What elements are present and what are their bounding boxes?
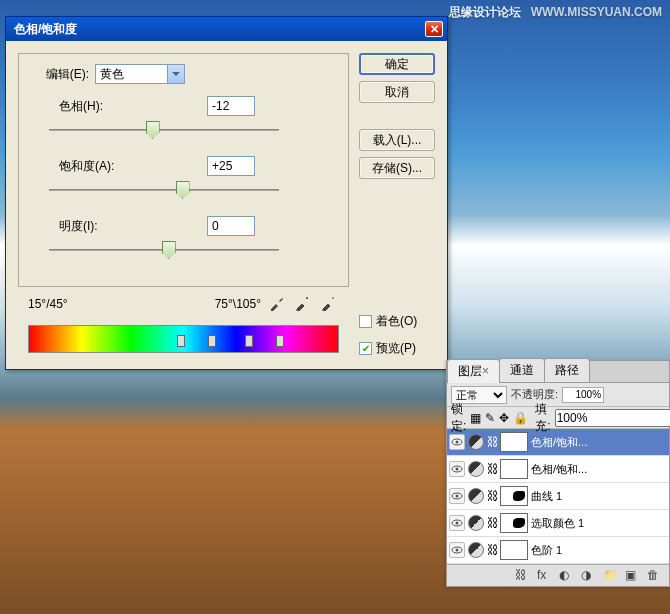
layer-name-label: 色相/饱和... [531,435,667,450]
controls-fieldset: 编辑(E): 黄色 色相(H): 饱和度(A): [18,53,349,287]
fill-label: 填充: [535,401,550,435]
link-icon: ⛓ [487,462,497,476]
saturation-slider[interactable] [49,182,279,198]
layer-mask[interactable] [500,540,528,560]
lock-pixels-icon[interactable]: ✎ [485,411,495,425]
edit-label: 编辑(E): [29,66,89,83]
watermark: 思缘设计论坛 WWW.MISSYUAN.COM [449,4,662,21]
link-icon: ⛓ [487,489,497,503]
visibility-icon[interactable] [449,542,465,558]
hue-saturation-dialog: 色相/饱和度 ✕ 编辑(E): 黄色 色相(H): 饱和度( [5,16,448,370]
spectrum-bar[interactable] [28,325,339,353]
adjustment-icon[interactable]: ◑ [581,568,597,584]
tab-layers[interactable]: 图层× [447,359,500,383]
svg-point-5 [456,495,459,498]
tab-channels[interactable]: 通道 [499,358,545,382]
spectrum-marker[interactable] [276,335,284,347]
trash-icon[interactable]: 🗑 [647,568,663,584]
lock-all-icon[interactable]: 🔒 [513,411,527,425]
save-button[interactable]: 存储(S)... [359,157,435,179]
fill-input[interactable] [555,409,670,427]
preview-label: 预览(P) [376,340,416,357]
ok-button[interactable]: 确定 [359,53,435,75]
eyedropper-subtract-icon[interactable] [321,295,339,313]
tab-paths[interactable]: 路径 [544,358,590,382]
layer-row[interactable]: ⛓ 选取颜色 1 [447,510,669,537]
lightness-label: 明度(I): [59,218,189,235]
layer-name-label: 色阶 1 [531,543,667,558]
hue-thumb[interactable] [146,121,160,139]
colorize-check-row[interactable]: 着色(O) [359,313,435,330]
preview-checkbox[interactable]: ✔ [359,342,372,355]
colorize-label: 着色(O) [376,313,417,330]
svg-point-3 [456,468,459,471]
layer-mask[interactable] [500,513,528,533]
opacity-input[interactable] [562,387,604,403]
hue-input[interactable] [207,96,255,116]
watermark-url: WWW.MISSYUAN.COM [531,5,662,19]
svg-point-7 [456,522,459,525]
visibility-icon[interactable] [449,488,465,504]
svg-point-1 [456,441,459,444]
svg-point-9 [456,549,459,552]
new-layer-icon[interactable]: ▣ [625,568,641,584]
layer-row[interactable]: ⛓ 曲线 1 [447,483,669,510]
layer-name-label: 选取颜色 1 [531,516,667,531]
adjustment-layer-icon [468,515,484,531]
spectrum-marker[interactable] [208,335,216,347]
link-layers-icon[interactable]: ⛓ [515,568,531,584]
spectrum-marker[interactable] [177,335,185,347]
preview-check-row[interactable]: ✔ 预览(P) [359,340,435,357]
hue-slider[interactable] [49,122,279,138]
layer-mask[interactable] [500,432,528,452]
layer-row[interactable]: ⛓ 色阶 1 [447,537,669,564]
close-button[interactable]: ✕ [425,21,443,37]
edit-combo[interactable]: 黄色 [95,64,185,84]
adjustment-layer-icon [468,542,484,558]
panel-footer: ⛓ fx ◐ ◑ 📁 ▣ 🗑 [447,564,669,586]
adjustment-layer-icon [468,461,484,477]
folder-icon[interactable]: 📁 [603,568,619,584]
adjustment-layer-icon [468,488,484,504]
cancel-button[interactable]: 取消 [359,81,435,103]
lightness-thumb[interactable] [162,241,176,259]
panel-tabs: 图层× 通道 路径 [447,361,669,383]
tab-close-icon[interactable]: × [482,364,489,378]
visibility-icon[interactable] [449,434,465,450]
lightness-slider[interactable] [49,242,279,258]
fx-icon[interactable]: fx [537,568,553,584]
layer-name-label: 曲线 1 [531,489,667,504]
link-icon: ⛓ [487,543,497,557]
adjustment-layer-icon [468,434,484,450]
eyedropper-icon[interactable] [269,295,287,313]
visibility-icon[interactable] [449,461,465,477]
load-button[interactable]: 载入(L)... [359,129,435,151]
colorize-checkbox[interactable] [359,315,372,328]
lock-transparent-icon[interactable]: ▦ [470,411,481,425]
saturation-input[interactable] [207,156,255,176]
layers-panel: 图层× 通道 路径 正常 不透明度: 锁定: ▦ ✎ ✥ 🔒 填充: ⛓ 色相/… [446,360,670,587]
saturation-group: 饱和度(A): [59,156,338,198]
layer-list: ⛓ 色相/饱和... ⛓ 色相/饱和... ⛓ 曲线 1 ⛓ 选取颜色 1 ⛓ … [447,429,669,564]
eyedropper-add-icon[interactable] [295,295,313,313]
lock-position-icon[interactable]: ✥ [499,411,509,425]
link-icon: ⛓ [487,435,497,449]
saturation-thumb[interactable] [176,181,190,199]
lock-label: 锁定: [451,401,466,435]
panel-toolbar: 正常 不透明度: [447,383,669,407]
hue-group: 色相(H): [59,96,338,138]
layer-row[interactable]: ⛓ 色相/饱和... [447,429,669,456]
lightness-input[interactable] [207,216,255,236]
layer-mask[interactable] [500,486,528,506]
layer-mask[interactable] [500,459,528,479]
layer-row[interactable]: ⛓ 色相/饱和... [447,456,669,483]
link-icon: ⛓ [487,516,497,530]
panel-toolbar2: 锁定: ▦ ✎ ✥ 🔒 填充: [447,407,669,429]
saturation-label: 饱和度(A): [59,158,189,175]
watermark-site: 思缘设计论坛 [449,5,521,19]
titlebar[interactable]: 色相/饱和度 ✕ [6,17,447,41]
mask-icon[interactable]: ◐ [559,568,575,584]
layer-name-label: 色相/饱和... [531,462,667,477]
visibility-icon[interactable] [449,515,465,531]
spectrum-marker[interactable] [245,335,253,347]
